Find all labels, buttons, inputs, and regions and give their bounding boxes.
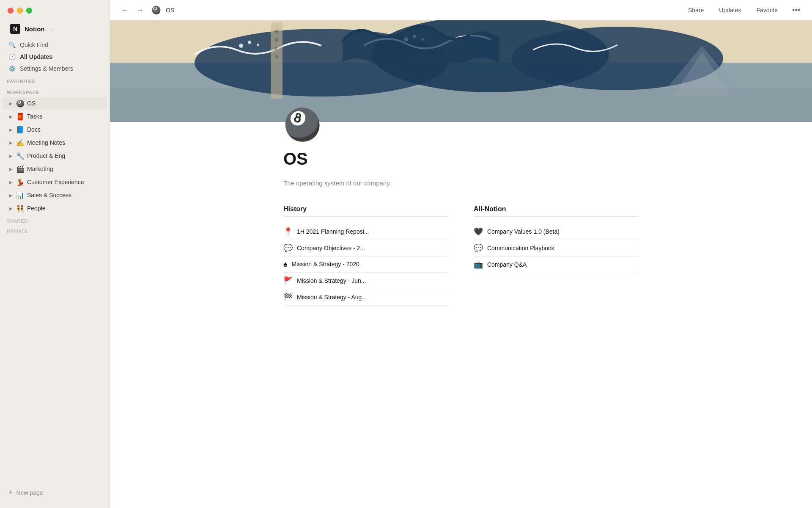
- topbar-page-icon: 🎱: [151, 6, 161, 15]
- item-icon: ✍️: [16, 139, 25, 147]
- item-label: Marketing: [27, 166, 53, 172]
- forward-button[interactable]: →: [134, 4, 146, 17]
- sidebar-item-os[interactable]: ▶ 🎱 OS: [3, 97, 107, 110]
- workspace-items: ▶ 🎱 OS ▶ 🧧 Tasks ▶ 📘 Docs ▶ ✍️ Meeting N…: [0, 97, 110, 215]
- link-icon: 💬: [474, 243, 483, 253]
- private-section-label: PRIVATE: [0, 225, 110, 235]
- sidebar-bottom: + New page: [0, 481, 110, 508]
- item-icon: 🧧: [16, 113, 25, 121]
- history-link[interactable]: 🏁 Mission & Strategy - Aug...: [283, 289, 448, 306]
- link-icon: 💬: [283, 243, 293, 253]
- all-updates-label: All Updates: [20, 53, 101, 60]
- item-label: Tasks: [27, 113, 42, 120]
- sidebar-item-customer-experience[interactable]: ▶ 💃 Customer Experience: [3, 176, 107, 188]
- settings-members[interactable]: ⚙️ Settings & Members: [3, 63, 107, 74]
- item-label: Meeting Notes: [27, 139, 65, 146]
- sidebar-item-docs[interactable]: ▶ 📘 Docs: [3, 123, 107, 136]
- item-icon: 🎱: [16, 99, 25, 108]
- history-link[interactable]: ♠️ Mission & Strategy - 2020: [283, 257, 448, 273]
- topbar-left: ← → 🎱 OS: [118, 4, 174, 17]
- expand-arrow-icon: ▶: [7, 112, 15, 121]
- link-icon: 📍: [283, 227, 293, 236]
- history-column: History 📍 1H 2021 Planning Reposi... 💬 C…: [283, 205, 448, 306]
- app-title[interactable]: N Notion ⌄: [3, 20, 106, 37]
- back-button[interactable]: ←: [118, 4, 131, 17]
- sidebar-item-tasks[interactable]: ▶ 🧧 Tasks: [3, 110, 107, 123]
- sidebar: N Notion ⌄ 🔍 Quick Find 🕐 All Updates ⚙️…: [0, 0, 110, 508]
- history-link[interactable]: 📍 1H 2021 Planning Reposi...: [283, 224, 448, 240]
- link-icon: ♠️: [283, 260, 288, 269]
- close-button[interactable]: [8, 8, 14, 14]
- item-label: Product & Eng: [27, 152, 65, 159]
- allnotion-link[interactable]: 📺 Company Q&A: [474, 257, 639, 273]
- svg-text:沖: 沖: [274, 55, 279, 59]
- sidebar-item-marketing[interactable]: ▶ 🎬 Marketing: [3, 163, 107, 175]
- page-icon-large: 🎱: [283, 107, 639, 143]
- app-name: Notion: [25, 25, 44, 33]
- sidebar-item-meeting-notes[interactable]: ▶ ✍️ Meeting Notes: [3, 136, 107, 149]
- maximize-button[interactable]: [26, 8, 32, 14]
- svg-text:神: 神: [274, 29, 279, 34]
- item-icon: 🔧: [16, 152, 25, 160]
- favorites-section-label: FAVORITES: [0, 75, 110, 86]
- history-links: 📍 1H 2021 Planning Reposi... 💬 Company O…: [283, 224, 448, 306]
- traffic-lights: [8, 8, 32, 14]
- history-link[interactable]: 🚩 Mission & Strategy - Jun...: [283, 273, 448, 289]
- item-icon: 💃: [16, 178, 25, 186]
- nav-buttons: ← →: [118, 4, 146, 17]
- clock-icon: 🕐: [8, 53, 16, 60]
- item-label: OS: [27, 100, 36, 107]
- favorite-button[interactable]: Favorite: [752, 5, 782, 16]
- link-text: Company Q&A: [487, 261, 527, 268]
- history-link[interactable]: 💬 Company Objectives - 2...: [283, 240, 448, 257]
- sidebar-item-people[interactable]: ▶ 👯 People: [3, 202, 107, 215]
- minimize-button[interactable]: [17, 8, 23, 14]
- link-text: Mission & Strategy - Aug...: [297, 294, 367, 301]
- page-description: The operating system of our company.: [283, 179, 639, 188]
- expand-arrow-icon: ▶: [7, 191, 15, 199]
- expand-arrow-icon: ▶: [7, 165, 15, 173]
- expand-arrow-icon: ▶: [7, 99, 15, 108]
- link-icon: 🏁: [283, 293, 293, 302]
- item-label: People: [27, 205, 46, 212]
- link-icon: 🖤: [474, 227, 483, 236]
- quick-find[interactable]: 🔍 Quick Find: [3, 39, 107, 50]
- sidebar-item-sales--success[interactable]: ▶ 📊 Sales & Success: [3, 189, 107, 202]
- svg-rect-12: [271, 22, 283, 99]
- share-button[interactable]: Share: [684, 5, 708, 16]
- all-updates[interactable]: 🕐 All Updates: [3, 51, 107, 62]
- sidebar-item-product--eng[interactable]: ▶ 🔧 Product & Eng: [3, 149, 107, 162]
- quick-find-label: Quick Find: [20, 41, 101, 48]
- svg-text:川: 川: [274, 46, 279, 51]
- topbar: ← → 🎱 OS Share Updates Favorite •••: [110, 0, 812, 20]
- settings-icon: ⚙️: [8, 65, 16, 72]
- item-icon: 👯: [16, 204, 25, 213]
- svg-point-6: [239, 44, 243, 48]
- item-icon: 🎬: [16, 165, 25, 173]
- svg-point-8: [257, 44, 259, 46]
- link-text: Mission & Strategy - Jun...: [297, 277, 366, 284]
- allnotion-link[interactable]: 🖤 Company Values 1.0 (Beta): [474, 224, 639, 240]
- topbar-right: Share Updates Favorite •••: [684, 4, 804, 17]
- page-columns: History 📍 1H 2021 Planning Reposi... 💬 C…: [283, 205, 639, 306]
- more-button[interactable]: •••: [789, 4, 804, 17]
- link-text: Communication Playbook: [487, 245, 554, 251]
- shared-section-label: SHARED: [0, 215, 110, 225]
- link-text: 1H 2021 Planning Reposi...: [297, 228, 369, 235]
- item-icon: 📘: [16, 126, 25, 134]
- link-text: Company Values 1.0 (Beta): [487, 228, 560, 235]
- allnotion-link[interactable]: 💬 Communication Playbook: [474, 240, 639, 257]
- updates-button[interactable]: Updates: [715, 5, 745, 16]
- link-icon: 🚩: [283, 276, 293, 285]
- settings-label: Settings & Members: [20, 65, 101, 72]
- item-label: Customer Experience: [27, 179, 84, 185]
- allnotion-links: 🖤 Company Values 1.0 (Beta) 💬 Communicat…: [474, 224, 639, 273]
- new-page-button[interactable]: + New page: [3, 486, 107, 500]
- expand-arrow-icon: ▶: [7, 204, 15, 213]
- link-text: Mission & Strategy - 2020: [292, 261, 359, 268]
- svg-text:奈: 奈: [274, 38, 279, 42]
- history-heading: History: [283, 205, 448, 217]
- svg-point-7: [248, 41, 251, 44]
- main-content: ← → 🎱 OS Share Updates Favorite •••: [110, 0, 812, 508]
- chevron-icon: ⌄: [49, 26, 53, 32]
